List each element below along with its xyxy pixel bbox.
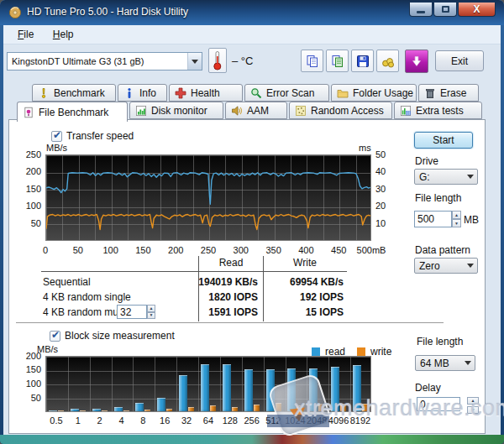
tab-file-benchmark-label: File Benchmark	[39, 107, 108, 118]
write-bar	[210, 405, 216, 411]
drive-select[interactable]: G:	[414, 169, 478, 185]
minimize-icon	[417, 11, 425, 13]
tab-extra-tests[interactable]: Extra tests	[394, 102, 482, 119]
bar-group-32	[176, 356, 197, 411]
tab-info[interactable]: Info	[118, 84, 167, 102]
x-tick: 0	[43, 245, 48, 256]
delay-up-button[interactable]: ▲	[467, 397, 479, 405]
start-button[interactable]: Start	[414, 132, 473, 149]
delay-input[interactable]	[417, 397, 460, 411]
spin-down-icon[interactable]: ▼	[147, 312, 155, 320]
transfer-speed-chart	[45, 154, 371, 241]
aam-icon	[231, 105, 243, 117]
table-divider	[263, 256, 264, 321]
read-bar	[223, 364, 231, 411]
copy-icon	[306, 55, 319, 68]
tab-error-scan[interactable]: Error Scan	[244, 84, 329, 102]
bar-group-16	[154, 356, 176, 411]
delay-down-button[interactable]: ▼	[467, 406, 479, 414]
copy-button[interactable]	[301, 50, 323, 72]
copy-screenshot-button[interactable]	[326, 50, 349, 72]
close-button[interactable]: X	[458, 3, 496, 17]
file-length-unit: MB	[464, 214, 479, 226]
tab-folder-usage[interactable]: Folder Usage	[331, 84, 417, 102]
legend-write-label: write	[370, 346, 391, 358]
data-pattern-select[interactable]: Zero	[414, 258, 478, 274]
delay-field[interactable]	[417, 397, 460, 411]
bar-group-8192	[349, 356, 371, 411]
read-bar	[309, 368, 318, 411]
x-tick: 150	[135, 245, 150, 256]
bar-group-0.5	[45, 356, 67, 411]
tab-aam[interactable]: AAM	[225, 102, 287, 119]
tab-file-benchmark[interactable]: File Benchmark	[17, 102, 128, 122]
tab-benchmark-label: Benchmark	[54, 87, 105, 99]
file-length2-select[interactable]: 64 MB	[415, 355, 475, 371]
support-button[interactable]	[376, 50, 399, 72]
save-icon	[356, 55, 370, 68]
sequential-write-value: 69954 KB/s	[290, 276, 344, 288]
column-header-write: Write	[293, 257, 317, 269]
transfer-speed-label: Transfer speed	[66, 130, 134, 142]
queue-depth-input[interactable]	[117, 305, 147, 319]
bar-group-64	[197, 356, 219, 411]
update-button[interactable]	[405, 50, 428, 73]
chevron-down-icon	[461, 361, 475, 365]
menu-bar: File Help	[3, 25, 501, 44]
block-size-bars	[45, 356, 371, 411]
section-divider	[16, 322, 444, 323]
app-icon	[8, 6, 22, 19]
write-bar	[297, 405, 302, 411]
tab-health[interactable]: Health	[169, 84, 243, 102]
spin-up-icon[interactable]: ▲	[147, 305, 155, 312]
spin-down-icon[interactable]: ▼	[452, 219, 461, 227]
chevron-down-icon	[464, 175, 477, 179]
bar-category-label: 8192	[349, 415, 371, 426]
spin-up-icon[interactable]: ▲	[452, 211, 461, 219]
menu-file[interactable]: File	[10, 25, 41, 43]
update-arrow-icon	[410, 55, 423, 68]
bar-group-1	[67, 356, 89, 411]
write-bar	[166, 409, 172, 411]
temperature-value: – °C	[232, 55, 253, 67]
file-length-stepper[interactable]: ▲▼	[414, 211, 461, 227]
file-length-input[interactable]	[414, 211, 452, 227]
device-select-arrow[interactable]	[187, 53, 202, 70]
y-tick-left: 200	[16, 166, 41, 177]
queue-depth-stepper[interactable]: ▲▼	[117, 305, 155, 319]
tab-info-label: Info	[139, 87, 156, 99]
y-tick-bar: 200	[16, 351, 41, 362]
read-bar	[179, 375, 187, 411]
write-bar	[102, 410, 108, 411]
tab-erase[interactable]: Erase	[418, 84, 479, 102]
block-size-checkbox[interactable]: ✔	[50, 331, 60, 342]
write-bar	[58, 410, 64, 411]
tab-disk-monitor[interactable]: Disk monitor	[129, 102, 223, 119]
exit-button[interactable]: Exit	[435, 50, 484, 71]
coins-icon	[381, 55, 395, 68]
maximize-button[interactable]	[433, 3, 457, 17]
transfer-speed-checkbox[interactable]: ✔	[51, 131, 62, 142]
checkmark-icon: ✔	[51, 329, 60, 341]
health-icon	[175, 87, 186, 99]
write-bar	[340, 404, 346, 411]
bar-category-label: 0.5	[45, 415, 67, 426]
tab-benchmark[interactable]: Benchmark	[32, 84, 116, 102]
temperature-button[interactable]	[208, 48, 227, 73]
save-button[interactable]	[351, 50, 374, 72]
x-tick: 400	[298, 245, 313, 256]
minimize-button[interactable]	[409, 3, 433, 17]
bar-category-label: 1	[67, 415, 89, 426]
tab-folder-usage-label: Folder Usage	[353, 87, 413, 99]
data-pattern-label: Data pattern	[415, 244, 470, 256]
exit-label: Exit	[451, 55, 468, 67]
y-axis-unit-left: MB/s	[46, 143, 67, 153]
device-select[interactable]: KingstonDT Ultimate G3 (31 gB)	[7, 52, 202, 71]
bar-category-label: 1024	[284, 415, 306, 426]
file-benchmark-panel: ✔ Transfer speed MB/s ms Read Write Sequ…	[8, 119, 486, 434]
x-tick: 300	[234, 245, 249, 256]
read-bar	[114, 407, 123, 411]
bar-category-label: 512	[263, 415, 285, 426]
menu-help[interactable]: Help	[45, 25, 81, 43]
tab-random-access[interactable]: Random Access	[289, 102, 392, 119]
